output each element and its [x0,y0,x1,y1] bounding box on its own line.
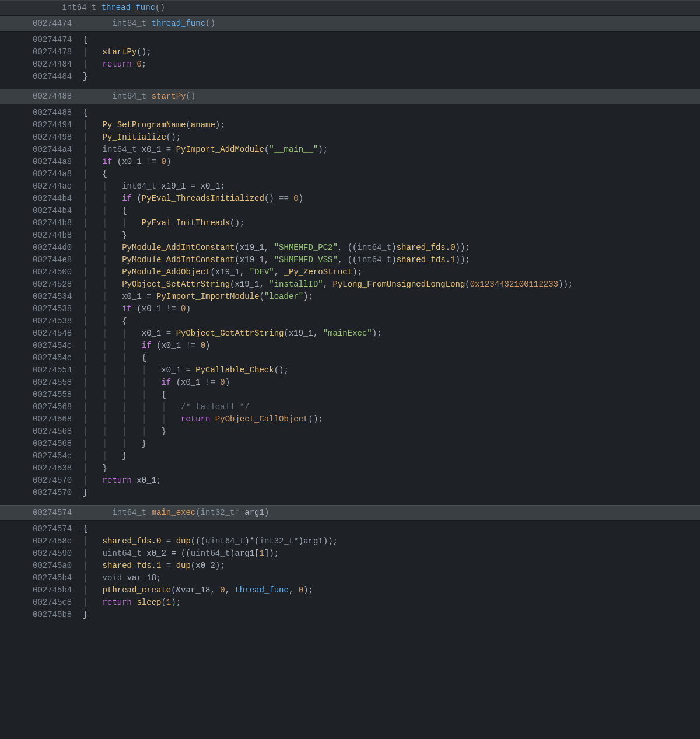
address: 00274528 [33,278,83,291]
address: 002744b8 [33,217,83,229]
code-line[interactable]: 00274498│ Py_Initialize(); [0,131,700,144]
address: 0027454c [33,450,83,462]
address: 002744a8 [33,168,83,180]
code-content: │ │ } [83,450,127,462]
code-line[interactable]: 00274538│ } [0,462,700,475]
code-content: │ │ { [83,315,127,327]
code-content: │ int64_t x0_1 = PyImport_AddModule("__m… [83,144,328,156]
code-line[interactable]: 0027454c│ │ } [0,450,700,462]
code-content: │ │ │ { [83,352,146,364]
address: 0027454c [33,352,83,364]
code-line[interactable]: 0027454c│ │ │ if (x0_1 != 0) [0,340,700,352]
address: 002744b4 [33,205,83,217]
code-line[interactable]: 002744ac│ │ int64_t x19_1 = x0_1; [0,180,700,193]
code-line[interactable]: 00274568│ │ │ } [0,438,700,450]
code-content: │ │ │ │ { [83,389,166,401]
code-content: │ return x0_1; [83,475,161,487]
code-content: │ uint64_t x0_2 = ((uint64_t)arg1[1]); [83,548,279,560]
address: 00274538 [33,462,83,475]
code-line[interactable]: 002744d0│ │ PyModule_AddIntConstant(x19_… [0,242,700,254]
code-line[interactable]: 002744b4│ │ if (PyEval_ThreadsInitialize… [0,193,700,205]
code-line[interactable]: 00274558│ │ │ │ { [0,389,700,401]
function-subheader[interactable]: 00274474 int64_t thread_func() [0,16,700,32]
function-subheader[interactable]: 00274574 int64_t main_exec(int32_t* arg1… [0,505,700,521]
address: 002744e8 [33,254,83,266]
code-line[interactable]: 00274568│ │ │ │ } [0,426,700,438]
code-line[interactable]: 002744a8│ { [0,168,700,180]
code-line[interactable]: 002744b8│ │ │ PyEval_InitThreads(); [0,217,700,229]
address: 002745c8 [33,597,83,609]
code-line[interactable]: 00274538│ │ { [0,315,700,327]
code-line[interactable]: 00274500│ │ PyModule_AddObject(x19_1, "D… [0,266,700,278]
function-body[interactable]: 00274488{00274494│ Py_SetProgramName(ana… [0,104,700,501]
address: 00274558 [33,377,83,389]
code-content: { [83,523,88,535]
address: 002745b8 [33,609,83,621]
code-line[interactable]: 002744e8│ │ PyModule_AddIntConstant(x19_… [0,254,700,266]
code-line[interactable]: 00274484│ return 0; [0,58,700,71]
code-line[interactable]: 002745b4│ void var_18; [0,572,700,584]
address: 00274568 [33,401,83,413]
code-line[interactable]: 00274568│ │ │ │ │ /* tailcall */ [0,401,700,413]
address: 002744a8 [33,156,83,168]
function-body[interactable]: 00274574{0027458c│ shared_fds.0 = dup(((… [0,521,700,623]
address: 00274538 [33,303,83,315]
address: 00274494 [33,119,83,131]
code-content: │ shared_fds.0 = dup(((uint64_t)*(int32_… [83,535,338,548]
code-line[interactable]: 0027454c│ │ │ { [0,352,700,364]
address: 00274548 [33,327,83,340]
code-line[interactable]: 00274478│ startPy(); [0,46,700,58]
code-line[interactable]: 0027458c│ shared_fds.0 = dup(((uint64_t)… [0,535,700,548]
address: 002744d0 [33,242,83,254]
code-content: { [83,34,88,46]
code-line[interactable]: 00274534│ │ x0_1 = PyImport_ImportModule… [0,291,700,303]
code-content: │ │ │ │ } [83,426,166,438]
address: 00274568 [33,438,83,450]
code-line[interactable]: 002744a8│ if (x0_1 != 0) [0,156,700,168]
code-content: │ if (x0_1 != 0) [83,156,171,168]
address: 00274568 [33,413,83,426]
code-line[interactable]: 00274558│ │ │ │ if (x0_1 != 0) [0,377,700,389]
code-line[interactable]: 002745c8│ return sleep(1); [0,597,700,609]
address: 00274484 [33,71,83,83]
code-line[interactable]: 00274538│ │ if (x0_1 != 0) [0,303,700,315]
address: 00274488 [33,107,83,119]
function-block-main-exec: 00274574 int64_t main_exec(int32_t* arg1… [0,505,700,623]
code-line[interactable]: 00274554│ │ │ │ x0_1 = PyCallable_Check(… [0,364,700,377]
address: 00274574 [33,523,83,535]
code-content: │ return 0; [83,58,146,71]
address: 00274500 [33,266,83,278]
code-content: │ │ int64_t x19_1 = x0_1; [83,180,225,193]
code-line[interactable]: 00274568│ │ │ │ │ return PyObject_CallOb… [0,413,700,426]
address: 002745b4 [33,572,83,584]
code-line[interactable]: 00274548│ │ │ x0_1 = PyObject_GetAttrStr… [0,327,700,340]
code-content: │ │ x0_1 = PyImport_ImportModule("loader… [83,291,313,303]
code-content: │ void var_18; [83,572,161,584]
code-content: │ } [83,462,107,475]
code-content: │ │ │ │ x0_1 = PyCallable_Check(); [83,364,289,377]
code-line[interactable]: 002745a0│ shared_fds.1 = dup(x0_2); [0,560,700,572]
code-line[interactable]: 002745b8} [0,609,700,621]
code-line[interactable]: 00274528│ │ PyObject_SetAttrString(x19_1… [0,278,700,291]
address: 002744ac [33,180,83,193]
address: 00274554 [33,364,83,377]
address: 00274568 [33,426,83,438]
code-content: │ { [83,168,107,180]
code-line[interactable]: 002744b8│ │ } [0,229,700,242]
code-content: │ │ if (PyEval_ThreadsInitialized() == 0… [83,193,303,205]
code-content: │ │ │ x0_1 = PyObject_GetAttrString(x19_… [83,327,382,340]
code-line[interactable]: 002745b4│ pthread_create(&var_18, 0, thr… [0,584,700,597]
code-line[interactable]: 00274590│ uint64_t x0_2 = ((uint64_t)arg… [0,548,700,560]
code-line[interactable]: 00274570│ return x0_1; [0,475,700,487]
code-line[interactable]: 002744a4│ int64_t x0_1 = PyImport_AddMod… [0,144,700,156]
code-content: { [83,107,88,119]
code-content: │ │ PyModule_AddObject(x19_1, "DEV", _Py… [83,266,362,278]
code-content: │ │ if (x0_1 != 0) [83,303,191,315]
code-line[interactable]: 002744b4│ │ { [0,205,700,217]
code-content: │ │ │ │ │ /* tailcall */ [83,401,250,413]
code-line[interactable]: 00274494│ Py_SetProgramName(aname); [0,119,700,131]
address: 00274474 [33,34,83,46]
address: 00274574 [33,507,83,519]
address: 00274498 [33,131,83,144]
function-subheader[interactable]: 00274488 int64_t startPy() [0,89,700,104]
